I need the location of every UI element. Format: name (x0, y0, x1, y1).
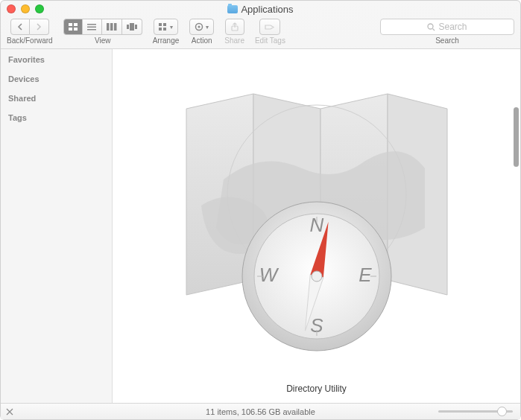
arrange-group: ▾ Arrange (153, 19, 180, 45)
sidebar-section-shared[interactable]: Shared (8, 94, 104, 103)
compass-icon: N E S W (239, 198, 395, 354)
svg-rect-3 (74, 28, 78, 31)
grid-icon (69, 23, 78, 31)
share-icon (230, 22, 239, 31)
sidebar-section-devices[interactable]: Devices (8, 74, 104, 83)
back-button[interactable] (10, 19, 30, 35)
gear-icon (195, 22, 203, 31)
fullscreen-window-button[interactable] (35, 4, 44, 13)
close-window-button[interactable] (7, 4, 16, 13)
svg-line-21 (433, 28, 435, 31)
svg-rect-10 (127, 25, 129, 29)
svg-rect-9 (114, 23, 117, 31)
nav-label: Back/Forward (7, 36, 53, 45)
svg-rect-15 (159, 28, 162, 31)
search-placeholder: Search (438, 22, 467, 32)
search-group: Search Search (380, 19, 514, 45)
svg-rect-16 (163, 28, 166, 31)
svg-rect-12 (135, 25, 137, 29)
window-body: Favorites Devices Shared Tags (1, 48, 520, 403)
svg-rect-2 (69, 28, 72, 31)
sidebar: Favorites Devices Shared Tags (1, 49, 113, 403)
arrange-label: Arrange (153, 36, 180, 45)
action-group: ▾ Action (189, 19, 214, 45)
minimize-window-button[interactable] (21, 4, 30, 13)
svg-rect-11 (130, 23, 134, 31)
action-button[interactable]: ▾ (189, 19, 214, 35)
app-icon[interactable]: N E S W (179, 71, 455, 347)
toolbar: Back/Forward View (1, 17, 520, 48)
view-label: View (95, 36, 111, 45)
svg-point-39 (312, 271, 322, 281)
svg-rect-8 (110, 23, 113, 31)
svg-point-18 (198, 26, 200, 28)
folder-icon (227, 5, 238, 13)
sidebar-section-tags[interactable]: Tags (8, 113, 104, 122)
view-coverflow-button[interactable] (122, 19, 142, 35)
titlebar: Applications (1, 1, 520, 17)
share-button[interactable] (225, 19, 244, 35)
view-column-button[interactable] (102, 19, 122, 35)
window-title-text: Applications (241, 4, 293, 15)
view-group: View (63, 19, 142, 45)
action-label: Action (192, 36, 212, 45)
share-group: Share (224, 19, 244, 45)
search-icon (427, 23, 435, 31)
svg-rect-6 (87, 29, 96, 31)
chevron-right-icon (36, 23, 42, 31)
nav-group: Back/Forward (7, 19, 53, 45)
tags-label: Edit Tags (255, 36, 285, 45)
share-label: Share (224, 36, 244, 45)
tags-group: Edit Tags (255, 19, 285, 45)
slider-knob[interactable] (497, 407, 507, 416)
scrollbar-thumb[interactable] (514, 107, 519, 167)
list-icon (87, 23, 96, 31)
sidebar-section-favorites[interactable]: Favorites (8, 55, 104, 64)
finder-window: Applications Back/Forward (0, 0, 521, 420)
svg-point-20 (428, 24, 433, 29)
svg-rect-7 (107, 23, 110, 31)
svg-text:E: E (359, 264, 372, 286)
arrange-icon (159, 23, 168, 31)
svg-rect-4 (87, 24, 96, 25)
columns-icon (107, 23, 117, 31)
edit-tags-button[interactable] (259, 19, 280, 35)
svg-text:W: W (259, 264, 279, 286)
coverflow-icon (127, 23, 137, 31)
icon-size-slider[interactable] (438, 410, 513, 413)
svg-rect-0 (69, 23, 72, 26)
content-area[interactable]: N E S W (113, 49, 520, 403)
svg-rect-5 (87, 27, 96, 28)
svg-rect-1 (74, 23, 78, 26)
item-name: Directory Utility (286, 384, 347, 394)
tag-icon (265, 23, 275, 31)
svg-rect-14 (163, 23, 166, 26)
window-title: Applications (1, 4, 520, 15)
arrange-button[interactable]: ▾ (154, 19, 178, 35)
search-input[interactable]: Search (380, 19, 514, 35)
status-bar: 11 items, 106.56 GB available (1, 403, 520, 419)
traffic-lights (7, 4, 44, 13)
search-label: Search (435, 36, 459, 45)
chevron-left-icon (17, 23, 23, 31)
view-list-button[interactable] (83, 19, 102, 35)
svg-rect-13 (159, 23, 162, 26)
forward-button[interactable] (30, 19, 49, 35)
view-icon-button[interactable] (63, 19, 83, 35)
